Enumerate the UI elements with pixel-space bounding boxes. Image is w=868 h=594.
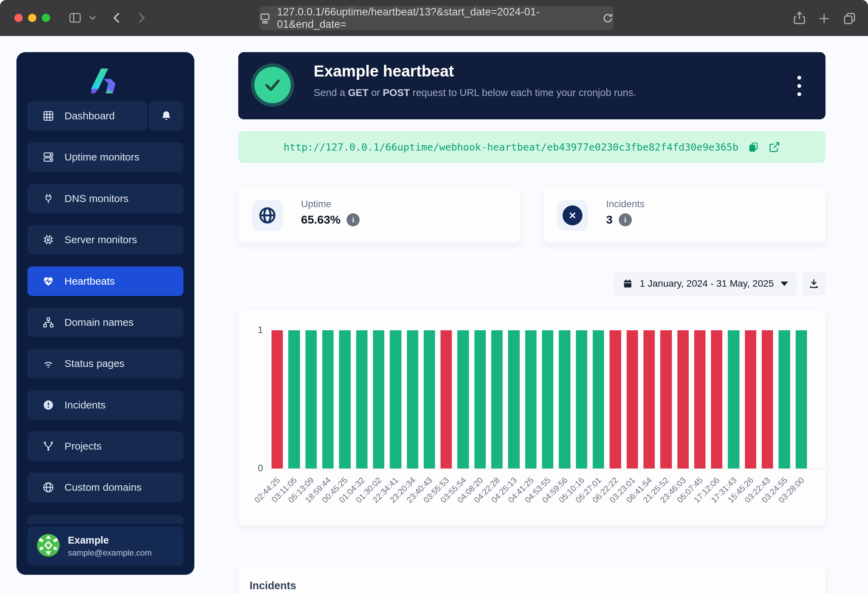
forward-button[interactable] <box>136 11 147 25</box>
sidebar-item-label: DNS monitors <box>65 193 128 204</box>
sidebar-item-custom-domains[interactable]: Custom domains <box>27 473 183 502</box>
heartbeat-bar-down[interactable] <box>440 330 452 468</box>
sidebar-item-uptime-monitors[interactable]: Uptime monitors <box>27 142 183 172</box>
heartbeat-bar-down[interactable] <box>745 330 756 468</box>
heartbeat-bar-down[interactable] <box>644 330 655 468</box>
external-link-icon[interactable] <box>769 141 780 153</box>
bar-slot: 06:22:22 <box>610 330 621 468</box>
heartbeat-bar-up[interactable] <box>373 330 384 468</box>
heartbeat-bar-up[interactable] <box>457 330 469 468</box>
sidebar-item-projects[interactable]: Projects <box>27 431 183 461</box>
download-button[interactable] <box>802 272 825 296</box>
sidebar-toggle-icon[interactable] <box>68 11 82 25</box>
minimize-window-button[interactable] <box>28 14 36 22</box>
heartbeat-bar-up[interactable] <box>778 330 790 468</box>
sidebar-item-dashboard[interactable]: Dashboard <box>27 101 148 131</box>
heartbeat-bar-up[interactable] <box>796 330 807 468</box>
bar-chart-plot: 02:44:2503:11:0505:13:0918:59:4400:45:25… <box>272 330 807 468</box>
user-email: sample@example.com <box>68 548 152 558</box>
notifications-button[interactable] <box>149 101 183 131</box>
sidebar-item-label: Server monitors <box>65 234 137 245</box>
incidents-value: 3 <box>606 213 613 226</box>
page-subtitle: Send a GET or POST request to URL below … <box>314 87 636 98</box>
app-page: Dashboard Uptime monitors DNS monitors S… <box>0 36 868 594</box>
heartbeat-bar-up[interactable] <box>322 330 334 468</box>
bar-slot: 15:45:26 <box>745 330 756 468</box>
sidebar-item-label: Incidents <box>65 399 106 411</box>
chevron-down-icon[interactable] <box>89 15 97 21</box>
y-tick-top: 1 <box>242 325 263 335</box>
share-nodes-icon <box>43 440 54 452</box>
heartbeat-bar-down[interactable] <box>678 330 689 468</box>
heartbeat-bar-down[interactable] <box>711 330 722 468</box>
heartbeat-bar-up[interactable] <box>491 330 503 468</box>
heartbeat-history-chart: 1 0 02:44:2503:11:0505:13:0918:59:4400:4… <box>238 310 825 525</box>
address-bar[interactable]: 127.0.0.1/66uptime/heartbeat/13?&start_d… <box>259 6 614 30</box>
bar-slot: 05:07:45 <box>694 330 706 468</box>
heartbeat-bar-up[interactable] <box>474 330 486 468</box>
stat-label: Incidents <box>606 199 645 210</box>
heartbeat-bar-up[interactable] <box>559 330 570 468</box>
status-ok-icon <box>254 67 291 103</box>
heartbeat-bar-down[interactable] <box>610 330 621 468</box>
sidebar-item-status-pages[interactable]: Status pages <box>27 349 183 378</box>
heartbeat-bar-up[interactable] <box>576 330 587 468</box>
download-icon <box>808 278 819 289</box>
heartbeat-bar-up[interactable] <box>356 330 368 468</box>
bar-slot: 18:59:44 <box>322 330 334 468</box>
heart-pulse-icon <box>43 275 54 287</box>
bar-slot: 03:24:55 <box>778 330 790 468</box>
copy-icon[interactable] <box>748 142 759 153</box>
close-window-button[interactable] <box>15 14 23 22</box>
heartbeat-bar-down[interactable] <box>694 330 706 468</box>
heartbeat-bar-up[interactable] <box>728 330 739 468</box>
sidebar-item-heartbeats[interactable]: Heartbeats <box>27 266 183 296</box>
sidebar-item-incidents[interactable]: Incidents <box>27 390 183 420</box>
bar-slot: 23:40:43 <box>424 330 435 468</box>
bar-slot: 04:41:25 <box>525 330 536 468</box>
share-icon[interactable] <box>792 10 807 26</box>
heartbeat-bar-up[interactable] <box>339 330 350 468</box>
heartbeat-bar-up[interactable] <box>542 330 553 468</box>
heartbeat-bar-up[interactable] <box>424 330 435 468</box>
sidebar-item-label: Custom domains <box>65 482 142 493</box>
heartbeat-bar-up[interactable] <box>593 330 604 468</box>
info-icon[interactable]: i <box>619 213 632 226</box>
reload-icon[interactable] <box>602 12 614 24</box>
webhook-url-text[interactable]: http://127.0.0.1/66uptime/webhook-heartb… <box>283 141 738 153</box>
back-button[interactable] <box>111 11 122 25</box>
heartbeat-bar-up[interactable] <box>306 330 317 468</box>
info-icon[interactable]: i <box>347 213 360 226</box>
heartbeat-bar-up[interactable] <box>390 330 401 468</box>
x-axis-line <box>267 468 825 469</box>
sidebar-item-dns-monitors[interactable]: DNS monitors <box>27 184 183 213</box>
incidents-section-title: Incidents <box>249 579 296 592</box>
plug-icon <box>43 193 54 204</box>
sidebar-item-domain-names[interactable]: Domain names <box>27 307 183 337</box>
heartbeat-bar-down[interactable] <box>272 330 283 468</box>
bell-icon <box>161 110 172 122</box>
kebab-menu-button[interactable] <box>790 70 809 102</box>
caret-down-icon <box>781 282 788 286</box>
sidebar-item-label: Heartbeats <box>65 275 115 287</box>
bar-slot: 01:04:32 <box>356 330 368 468</box>
y-axis-line <box>267 330 267 469</box>
new-tab-icon[interactable] <box>817 12 831 25</box>
heartbeat-bar-up[interactable] <box>525 330 536 468</box>
heartbeat-bar-up[interactable] <box>407 330 418 468</box>
heartbeat-bar-down[interactable] <box>627 330 638 468</box>
user-card[interactable]: Example sample@example.com <box>27 526 183 566</box>
incidents-stat-card: Incidents 3 i <box>543 188 825 242</box>
sitemap-icon <box>43 316 54 328</box>
sidebar: Dashboard Uptime monitors DNS monitors S… <box>16 52 194 575</box>
uptime-stat-card: Uptime 65.63% i <box>238 188 520 242</box>
browser-chrome: 127.0.0.1/66uptime/heartbeat/13?&start_d… <box>0 0 868 36</box>
tab-overview-icon[interactable] <box>842 11 857 26</box>
date-range-picker[interactable]: 1 January, 2024 - 31 May, 2025 <box>614 272 797 296</box>
heartbeat-bar-up[interactable] <box>508 330 520 468</box>
heartbeat-bar-down[interactable] <box>660 330 672 468</box>
sidebar-item-server-monitors[interactable]: Server monitors <box>27 225 183 254</box>
heartbeat-bar-down[interactable] <box>762 330 773 468</box>
heartbeat-bar-up[interactable] <box>288 330 300 468</box>
zoom-window-button[interactable] <box>42 14 50 22</box>
